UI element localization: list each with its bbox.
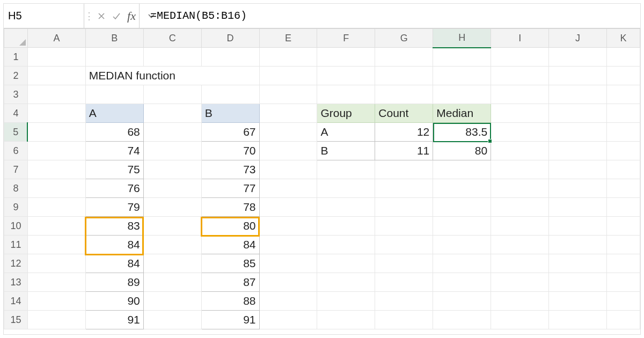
cell[interactable]: 89 (85, 273, 143, 292)
column-header[interactable]: A (27, 29, 85, 48)
column-header[interactable]: I (491, 29, 549, 48)
column-header[interactable]: E (259, 29, 317, 48)
cell[interactable]: 79 (85, 198, 143, 217)
cell[interactable]: 11 (375, 142, 433, 160)
row-header[interactable]: 5 (4, 123, 28, 142)
page-title: MEDIAN function (85, 67, 259, 85)
row-header[interactable]: 9 (4, 198, 28, 217)
row-header[interactable]: 6 (4, 142, 28, 160)
column-header[interactable]: K (606, 29, 640, 48)
cell[interactable]: 68 (85, 123, 143, 142)
cell[interactable]: 76 (85, 179, 143, 198)
column-header[interactable]: J (549, 29, 607, 48)
cell[interactable]: B (201, 104, 259, 123)
column-header[interactable]: H (433, 29, 491, 48)
enter-formula-button[interactable] (109, 4, 124, 28)
cell[interactable]: 85 (201, 254, 259, 273)
column-header-row: A B C D E F G H I J K (4, 29, 640, 48)
column-header[interactable]: C (143, 29, 201, 48)
cell[interactable]: 84 (85, 236, 143, 254)
row-header[interactable]: 2 (4, 67, 28, 85)
row-header[interactable]: 8 (4, 179, 28, 198)
row-header[interactable]: 12 (4, 254, 28, 273)
cell[interactable]: 74 (85, 142, 143, 160)
cell[interactable]: 75 (85, 160, 143, 179)
row-header[interactable]: 15 (4, 311, 28, 329)
row-header[interactable]: 11 (4, 236, 28, 254)
cell[interactable]: Count (375, 104, 433, 123)
cell[interactable]: 91 (85, 311, 143, 329)
select-all-corner[interactable] (4, 29, 28, 48)
spreadsheet-grid[interactable]: A B C D E F G H I J K 1 2 MEDIAN functio… (4, 28, 640, 334)
grid-table[interactable]: A B C D E F G H I J K 1 2 MEDIAN functio… (4, 28, 640, 329)
row-header[interactable]: 7 (4, 160, 28, 179)
cell[interactable]: 87 (201, 273, 259, 292)
cell[interactable]: 90 (85, 292, 143, 311)
row-header[interactable]: 3 (4, 85, 28, 104)
cell[interactable]: 73 (201, 160, 259, 179)
row-header[interactable]: 14 (4, 292, 28, 311)
cell[interactable]: B (317, 142, 375, 160)
name-box[interactable] (4, 4, 84, 28)
cell[interactable]: Median (433, 104, 491, 123)
cell[interactable]: 84 (85, 254, 143, 273)
row-header[interactable]: 1 (4, 48, 28, 67)
cell[interactable]: A (85, 104, 143, 123)
column-header[interactable]: F (317, 29, 375, 48)
active-cell[interactable]: 83.5 (433, 123, 491, 142)
cell[interactable]: 80 (433, 142, 491, 160)
row-header[interactable]: 13 (4, 273, 28, 292)
cell[interactable]: A (317, 123, 375, 142)
cell[interactable]: Group (317, 104, 375, 123)
formula-bar: ⋮ fx (4, 4, 640, 28)
formula-input[interactable] (145, 4, 640, 28)
column-header[interactable]: G (375, 29, 433, 48)
cell[interactable]: 91 (201, 311, 259, 329)
cell[interactable]: 12 (375, 123, 433, 142)
separator: ⋮ (84, 4, 94, 28)
cell[interactable]: 84 (201, 236, 259, 254)
insert-function-button[interactable]: fx (124, 4, 139, 28)
cell[interactable]: 70 (201, 142, 259, 160)
row-header[interactable]: 4 (4, 104, 28, 123)
cell[interactable]: 78 (201, 198, 259, 217)
cell[interactable]: 67 (201, 123, 259, 142)
cancel-formula-button[interactable] (94, 4, 109, 28)
column-header[interactable]: B (85, 29, 143, 48)
cell[interactable]: 88 (201, 292, 259, 311)
cell[interactable]: 80 (201, 217, 259, 236)
cell[interactable]: 77 (201, 179, 259, 198)
cell[interactable]: 83 (85, 217, 143, 236)
column-header[interactable]: D (201, 29, 259, 48)
row-header[interactable]: 10 (4, 217, 28, 236)
